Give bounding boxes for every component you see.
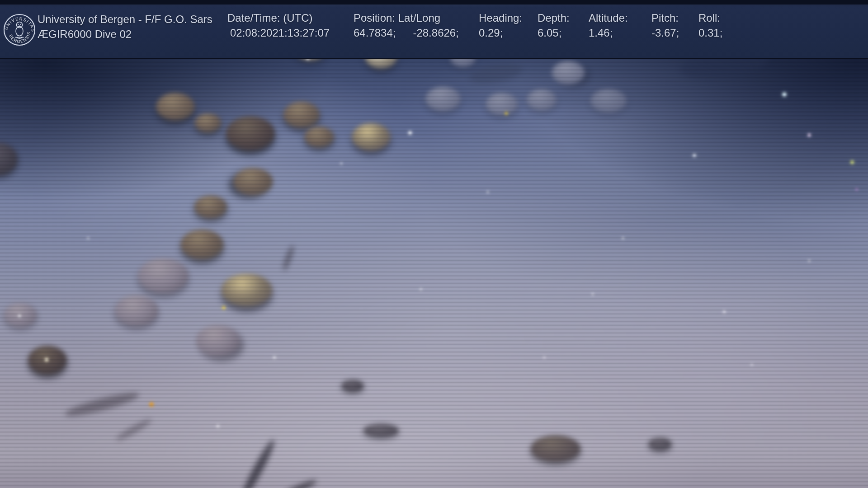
telemetry-value-position: 64.7834;-28.8626; [354,27,459,39]
marine-snow-speck [150,402,154,406]
telemetry-value-text: 02:08:2021:13:27:07 [230,27,330,39]
seafloor-mound [156,93,195,121]
vessel-title: University of Bergen - F/F G.O. Sars [38,12,212,27]
seafloor-mound [342,380,364,392]
seafloor-scene [0,0,868,488]
seafloor-mound [590,89,627,113]
seafloor-mound [138,258,189,293]
seafloor-mound [115,295,158,326]
telemetry-label-datetime: Date/Time: (UTC) [227,12,312,24]
seafloor-mound [226,116,275,150]
marine-snow-speck [622,237,624,239]
telemetry-value-datetime: 02:08:2021:13:27:07 [230,27,330,39]
marine-snow-speck [222,306,226,310]
marine-snow-speck [693,154,696,157]
marine-snow-speck [87,237,89,239]
sediment-streak [64,389,141,420]
telemetry-value-altitude: 1.46; [589,27,613,39]
telemetry-value-text: 0.29; [479,27,503,39]
marine-snow-speck [856,188,858,190]
seafloor-mound [486,93,518,115]
telemetry-value-text: 1.46; [589,27,613,39]
logo-owl-glyph [15,22,24,39]
telemetry-label-depth: Depth: [538,12,570,24]
sediment-streak [238,438,278,488]
seafloor-mound [527,89,557,110]
dive-title: ÆGIR6000 Dive 02 [38,27,212,42]
marine-snow-speck [783,93,786,96]
rov-video-frame: UNIVERSITAS BERGENSIS University of Berg… [0,0,868,488]
marine-snow-speck [420,288,422,290]
telemetry-value-text: 6.05; [538,27,561,39]
sediment-streak [115,417,153,443]
seafloor-mound [304,127,334,148]
seafloor-mound [180,230,223,259]
telemetry-label-heading: Heading: [479,12,522,24]
seafloor-mound [194,195,227,218]
marine-snow-speck [851,160,854,164]
seafloor-mound [363,424,399,437]
sediment-streak [274,477,318,488]
marine-snow-speck [409,131,412,135]
telemetry-value-pitch: -3.67; [651,27,679,39]
marine-snow-speck [217,425,219,427]
sediment-streak [467,60,524,87]
telemetry-bar: UNIVERSITAS BERGENSIS University of Berg… [0,0,868,59]
marine-snow-speck [340,163,342,164]
marine-snow-speck [808,260,810,262]
telemetry-label-position: Position: Lat/Long [354,12,440,24]
seafloor-mound [648,437,671,450]
marine-snow-speck [723,311,726,313]
uib-seal-owl-icon: UNIVERSITAS BERGENSIS [3,14,36,46]
telemetry-value-roll: 0.31; [698,27,722,39]
seafloor-mound [352,123,391,151]
telemetry-label-pitch: Pitch: [651,12,679,24]
telemetry-value-text: -3.67; [651,27,679,39]
marine-snow-speck [592,293,594,295]
sediment-streak [281,244,296,272]
seafloor-mound [425,87,461,111]
telemetry-value-text: 64.7834; [354,27,396,39]
seafloor-mound [283,102,320,128]
seafloor-mound [196,325,240,357]
seafloor-mound [195,113,222,132]
marine-snow-speck [45,358,48,361]
marine-snow-speck [543,357,545,358]
marine-snow-speck [808,134,811,136]
telemetry-value-text: 0.31; [698,27,722,39]
seafloor-mound [222,274,273,307]
marine-snow-speck [273,357,275,359]
seafloor-mound [233,168,273,196]
telemetry-value-text: -28.8626; [413,27,458,39]
seafloor-mound [0,143,18,176]
title-block: University of Bergen - F/F G.O. Sars ÆGI… [38,12,212,42]
telemetry-label-altitude: Altitude: [589,12,628,24]
marine-snow-speck [751,364,753,366]
seafloor-mound [552,61,585,84]
telemetry-value-heading: 0.29; [479,27,503,39]
telemetry-value-depth: 6.05; [538,27,561,39]
seafloor-mound [531,435,580,462]
telemetry-label-roll: Roll: [698,12,720,24]
marine-snow-speck [487,191,489,193]
marine-snow-speck [18,315,20,317]
marine-snow-speck [505,112,508,115]
